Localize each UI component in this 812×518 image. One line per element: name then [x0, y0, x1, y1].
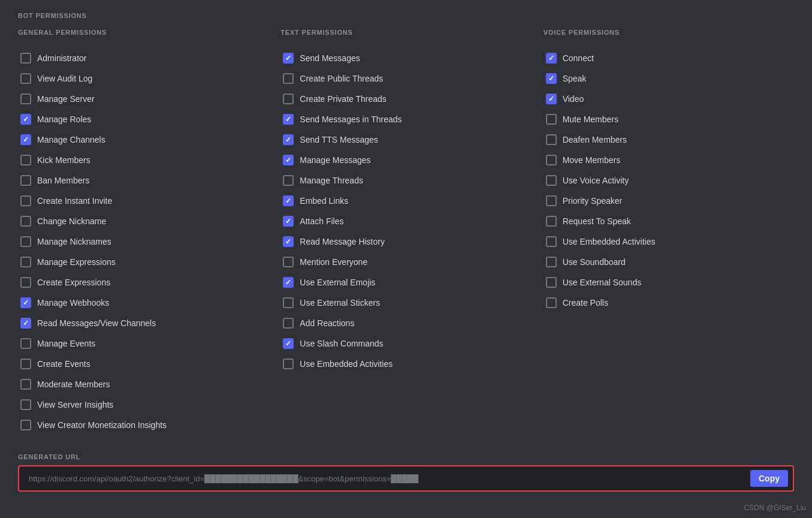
general-item-7[interactable]: Create Instant Invite: [18, 191, 268, 211]
general-item-16[interactable]: Moderate Members: [18, 374, 268, 394]
voice-checkbox-5[interactable]: [546, 155, 557, 165]
text-item-2[interactable]: Create Private Threads: [280, 89, 531, 109]
text-checkbox-11[interactable]: [283, 277, 294, 288]
text-checkbox-3[interactable]: [283, 114, 294, 125]
general-checkbox-15[interactable]: [20, 359, 31, 369]
voice-item-9[interactable]: Use Embedded Activities: [544, 231, 794, 252]
voice-item-0[interactable]: Connect: [544, 48, 794, 68]
general-item-18[interactable]: View Creator Monetization Insights: [18, 415, 268, 435]
text-item-3[interactable]: Send Messages in Threads: [280, 109, 531, 130]
general-item-15[interactable]: Create Events: [18, 354, 268, 374]
general-item-2[interactable]: Manage Server: [18, 89, 268, 109]
voice-item-1[interactable]: Speak: [544, 68, 794, 89]
voice-checkbox-7[interactable]: [546, 195, 557, 206]
general-checkbox-13[interactable]: [20, 318, 31, 329]
voice-item-12[interactable]: Create Polls: [544, 293, 794, 313]
voice-item-11[interactable]: Use External Sounds: [544, 272, 794, 293]
general-checkbox-18[interactable]: [20, 420, 31, 430]
general-item-3[interactable]: Manage Roles: [18, 109, 268, 130]
text-item-15[interactable]: Use Embedded Activities: [280, 354, 531, 374]
voice-checkbox-0[interactable]: [546, 53, 557, 64]
text-item-11[interactable]: Use External Emojis: [280, 272, 531, 293]
voice-checkbox-9[interactable]: [546, 236, 557, 247]
general-item-1[interactable]: View Audit Log: [18, 68, 268, 89]
url-input[interactable]: [24, 474, 750, 483]
voice-checkbox-2[interactable]: [546, 94, 557, 104]
text-checkbox-15[interactable]: [283, 359, 294, 369]
general-item-14[interactable]: Manage Events: [18, 333, 268, 354]
voice-checkbox-11[interactable]: [546, 277, 557, 288]
text-item-13[interactable]: Add Reactions: [280, 313, 531, 333]
text-item-8[interactable]: Attach Files: [280, 211, 531, 231]
general-item-6[interactable]: Ban Members: [18, 170, 268, 191]
general-item-11[interactable]: Create Expressions: [18, 272, 268, 293]
general-checkbox-2[interactable]: [20, 94, 31, 104]
general-item-12[interactable]: Manage Webhooks: [18, 293, 268, 313]
text-item-5[interactable]: Manage Messages: [280, 150, 531, 170]
text-checkbox-13[interactable]: [283, 318, 294, 329]
general-item-17[interactable]: View Server Insights: [18, 394, 268, 415]
text-checkbox-4[interactable]: [283, 134, 294, 145]
general-checkbox-1[interactable]: [20, 73, 31, 84]
text-checkbox-8[interactable]: [283, 216, 294, 227]
general-label-8: Change Nickname: [37, 216, 106, 226]
text-checkbox-10[interactable]: [283, 257, 294, 267]
general-checkbox-12[interactable]: [20, 297, 31, 308]
text-checkbox-12[interactable]: [283, 297, 294, 308]
text-item-12[interactable]: Use External Stickers: [280, 293, 531, 313]
text-item-1[interactable]: Create Public Threads: [280, 68, 531, 89]
voice-checkbox-12[interactable]: [546, 297, 557, 308]
text-checkbox-9[interactable]: [283, 236, 294, 247]
voice-checkbox-6[interactable]: [546, 175, 557, 186]
general-checkbox-16[interactable]: [20, 379, 31, 390]
voice-checkbox-3[interactable]: [546, 114, 557, 125]
voice-item-4[interactable]: Deafen Members: [544, 130, 794, 150]
general-item-5[interactable]: Kick Members: [18, 150, 268, 170]
general-checkbox-6[interactable]: [20, 175, 31, 186]
text-item-0[interactable]: Send Messages: [280, 48, 531, 68]
text-item-7[interactable]: Embed Links: [280, 191, 531, 211]
text-checkbox-6[interactable]: [283, 175, 294, 186]
general-item-10[interactable]: Manage Expressions: [18, 252, 268, 272]
text-checkbox-0[interactable]: [283, 53, 294, 64]
general-checkbox-4[interactable]: [20, 134, 31, 145]
voice-item-8[interactable]: Request To Speak: [544, 211, 794, 231]
general-checkbox-0[interactable]: [20, 53, 31, 64]
general-checkbox-14[interactable]: [20, 338, 31, 349]
text-item-10[interactable]: Mention Everyone: [280, 252, 531, 272]
general-item-4[interactable]: Manage Channels: [18, 130, 268, 150]
voice-item-7[interactable]: Priority Speaker: [544, 191, 794, 211]
voice-item-5[interactable]: Move Members: [544, 150, 794, 170]
voice-checkbox-4[interactable]: [546, 134, 557, 145]
text-checkbox-7[interactable]: [283, 195, 294, 206]
voice-checkbox-1[interactable]: [546, 73, 557, 84]
general-label-2: Manage Server: [37, 94, 95, 104]
voice-item-10[interactable]: Use Soundboard: [544, 252, 794, 272]
text-item-6[interactable]: Manage Threads: [280, 170, 531, 191]
copy-button[interactable]: Copy: [750, 470, 788, 487]
general-checkbox-17[interactable]: [20, 399, 31, 410]
text-checkbox-1[interactable]: [283, 73, 294, 84]
text-item-9[interactable]: Read Message History: [280, 231, 531, 252]
general-checkbox-10[interactable]: [20, 257, 31, 267]
general-item-13[interactable]: Read Messages/View Channels: [18, 313, 268, 333]
text-checkbox-5[interactable]: [283, 155, 294, 165]
general-item-9[interactable]: Manage Nicknames: [18, 231, 268, 252]
text-item-14[interactable]: Use Slash Commands: [280, 333, 531, 354]
voice-item-3[interactable]: Mute Members: [544, 109, 794, 130]
general-checkbox-11[interactable]: [20, 277, 31, 288]
voice-checkbox-8[interactable]: [546, 216, 557, 227]
general-checkbox-7[interactable]: [20, 195, 31, 206]
voice-item-6[interactable]: Use Voice Activity: [544, 170, 794, 191]
voice-checkbox-10[interactable]: [546, 257, 557, 267]
text-checkbox-2[interactable]: [283, 94, 294, 104]
general-checkbox-8[interactable]: [20, 216, 31, 227]
text-item-4[interactable]: Send TTS Messages: [280, 130, 531, 150]
voice-item-2[interactable]: Video: [544, 89, 794, 109]
general-item-8[interactable]: Change Nickname: [18, 211, 268, 231]
general-checkbox-3[interactable]: [20, 114, 31, 125]
text-checkbox-14[interactable]: [283, 338, 294, 349]
general-checkbox-5[interactable]: [20, 155, 31, 165]
general-checkbox-9[interactable]: [20, 236, 31, 247]
general-item-0[interactable]: Administrator: [18, 48, 268, 68]
